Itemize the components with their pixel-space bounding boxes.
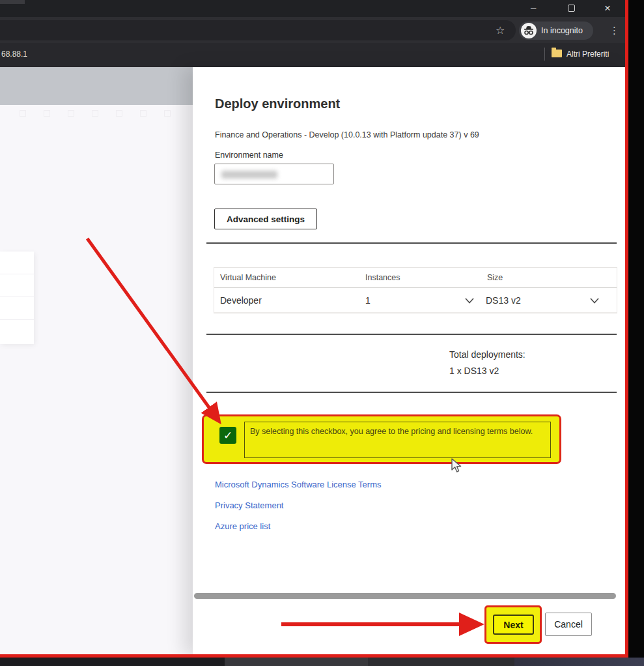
list-item bbox=[0, 252, 34, 274]
vm-table-header: Virtual Machine Instances Size bbox=[214, 268, 617, 288]
chevron-down-icon[interactable] bbox=[590, 295, 599, 306]
outside-right-strip bbox=[628, 0, 644, 657]
agreement-checkbox[interactable]: ✓ bbox=[219, 427, 236, 444]
incognito-label: In incognito bbox=[541, 26, 583, 35]
blurred-value bbox=[221, 171, 277, 179]
browser-menu-icon[interactable]: ⋮ bbox=[609, 25, 619, 36]
link-license-terms[interactable]: Microsoft Dynamics Software License Term… bbox=[215, 480, 382, 489]
dimmed-icon bbox=[92, 110, 98, 117]
page-title: Deploy environment bbox=[215, 96, 340, 111]
address-bar[interactable] bbox=[0, 20, 516, 40]
taskbar-segment bbox=[225, 658, 368, 666]
agreement-text: By selecting this checkbox, you agree to… bbox=[244, 422, 551, 458]
list-item bbox=[0, 274, 34, 297]
taskbar-segment bbox=[368, 658, 514, 666]
dimmed-icon bbox=[20, 110, 26, 117]
screenshot-root: – × ☆ In incognito ⋮ 68.88.1 Altri Prefe… bbox=[0, 0, 644, 666]
cancel-button[interactable]: Cancel bbox=[545, 613, 592, 636]
vm-name-cell: Developer bbox=[220, 295, 262, 306]
dimmed-page-header bbox=[0, 67, 193, 105]
link-azure-price-list[interactable]: Azure price list bbox=[215, 521, 270, 531]
dimmed-list-card bbox=[0, 252, 34, 344]
environment-description: Finance and Operations - Develop (10.0.1… bbox=[215, 130, 479, 139]
minimize-button[interactable]: – bbox=[531, 3, 536, 12]
total-deployments-label: Total deployments: bbox=[449, 349, 525, 360]
close-button[interactable]: × bbox=[604, 3, 611, 14]
browser-titlebar: – × bbox=[0, 0, 628, 17]
bookmark-item[interactable]: 68.88.1 bbox=[1, 50, 27, 59]
taskbar-strip bbox=[0, 658, 644, 666]
bookmark-star-icon[interactable]: ☆ bbox=[496, 24, 505, 36]
link-privacy-statement[interactable]: Privacy Statement bbox=[215, 500, 284, 510]
mouse-cursor bbox=[451, 458, 465, 476]
list-item bbox=[0, 320, 34, 343]
divider bbox=[206, 392, 617, 393]
column-size: Size bbox=[487, 273, 503, 282]
next-button[interactable]: Next bbox=[493, 615, 534, 635]
advanced-settings-button[interactable]: Advanced settings bbox=[214, 209, 317, 229]
vm-table: Virtual Machine Instances Size Developer… bbox=[214, 267, 617, 313]
bookmarks-folder-icon[interactable] bbox=[552, 50, 562, 57]
dimmed-icon bbox=[116, 110, 122, 117]
dimmed-icon bbox=[68, 110, 74, 117]
divider bbox=[206, 334, 617, 335]
tab-remnant bbox=[0, 0, 25, 4]
dimmed-page-background bbox=[0, 67, 193, 657]
size-value: DS13 v2 bbox=[486, 295, 521, 306]
list-item bbox=[0, 297, 34, 320]
horizontal-scrollbar[interactable] bbox=[194, 593, 616, 599]
bookmarks-bar: 68.88.1 bbox=[0, 43, 628, 67]
environment-name-label: Environment name bbox=[215, 151, 283, 160]
maximize-button[interactable] bbox=[568, 5, 575, 12]
column-instances: Instances bbox=[365, 273, 400, 282]
table-row: Developer 1 DS13 v2 bbox=[214, 288, 617, 313]
bookmarks-folder-label[interactable]: Altri Preferiti bbox=[567, 50, 609, 59]
dimmed-icon bbox=[164, 110, 171, 117]
incognito-icon bbox=[521, 23, 537, 38]
environment-name-input[interactable] bbox=[214, 164, 334, 184]
bookmarks-separator bbox=[544, 48, 545, 61]
instances-value: 1 bbox=[365, 295, 371, 306]
divider bbox=[206, 242, 617, 244]
dimmed-icon bbox=[44, 110, 50, 117]
column-virtual-machine: Virtual Machine bbox=[220, 273, 276, 282]
taskbar-segment bbox=[514, 658, 644, 666]
chevron-down-icon[interactable] bbox=[465, 295, 474, 306]
total-deployments-value: 1 x DS13 v2 bbox=[449, 366, 499, 376]
dimmed-icon bbox=[140, 110, 147, 117]
